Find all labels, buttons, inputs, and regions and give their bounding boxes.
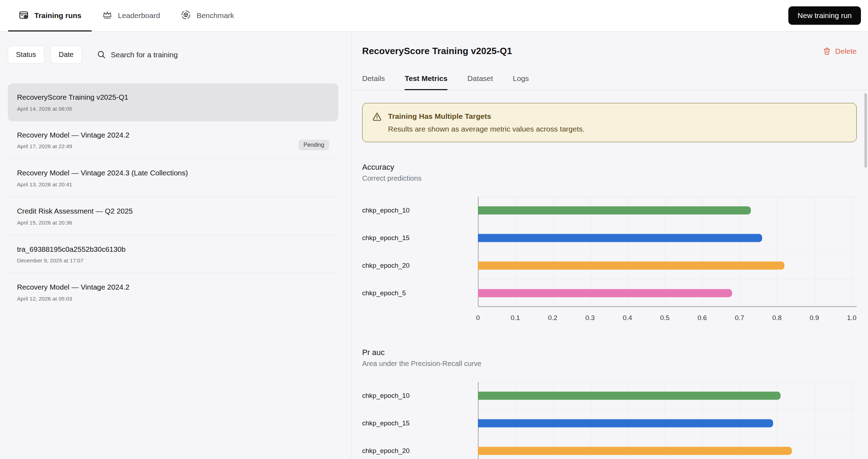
new-training-run-button[interactable]: New training run <box>788 6 861 25</box>
delete-button[interactable]: Delete <box>822 47 857 56</box>
nav-tab-label: Leaderboard <box>118 11 160 20</box>
chart-bar <box>478 289 732 297</box>
bar-chart: chkp_epoch_10chkp_epoch_15chkp_epoch_200… <box>362 382 857 459</box>
metric-subtitle: Correct predictions <box>362 174 857 182</box>
chart-bar-scale <box>478 437 852 459</box>
chart-row-plot <box>478 409 857 437</box>
run-date: December 9, 2025 at 17:07 <box>17 257 126 264</box>
axis-tick: 0.1 <box>510 314 520 322</box>
page-title: RecoveryScore Training v2025-Q1 <box>362 46 512 57</box>
trash-icon <box>822 47 832 56</box>
axis-tick: 0.6 <box>697 314 707 322</box>
chart-row: chkp_epoch_15 <box>362 409 857 437</box>
run-item-main: Recovery Model — Vintage 2024.3 (Late Co… <box>17 168 188 188</box>
axis-tick: 0.3 <box>586 314 595 322</box>
training-run-detail: RecoveryScore Training v2025-Q1 Delete D… <box>352 31 868 459</box>
metric-title: Pr auc <box>362 348 857 357</box>
run-date: April 15, 2026 at 20:36 <box>17 220 133 226</box>
multiple-targets-warning-banner: Training Has Multiple Targets Results ar… <box>362 103 857 142</box>
tab-dataset[interactable]: Dataset <box>467 68 493 90</box>
chart-bar-scale <box>478 197 852 224</box>
run-title: Credit Risk Assessment — Q2 2025 <box>17 207 133 216</box>
chart-row-label: chkp_epoch_20 <box>362 252 478 279</box>
run-title: RecoveryScore Training v2025-Q1 <box>17 93 129 102</box>
chart-bar <box>478 206 751 214</box>
chart-row-label: chkp_epoch_20 <box>362 437 478 459</box>
axis-tick: 1.0 <box>847 314 856 322</box>
status-badge: Pending <box>298 140 329 150</box>
chart-tick-scale: 00.10.20.30.40.50.60.70.80.91.0 <box>478 307 852 327</box>
package-pin-icon <box>18 10 29 22</box>
axis-tick: 0.8 <box>772 314 782 322</box>
chart-row: chkp_epoch_10 <box>362 382 857 409</box>
chart-bar <box>478 447 792 455</box>
chart-bar-scale <box>478 409 852 437</box>
status-filter-button[interactable]: Status <box>8 46 44 64</box>
tab-test-metrics[interactable]: Test Metrics <box>405 68 447 90</box>
run-title: Recovery Model — Vintage 2024.2 <box>17 130 130 140</box>
run-item-main: tra_69388195c0a2552b30c6130bDecember 9, … <box>17 245 126 264</box>
search-wrap <box>97 50 338 59</box>
chart-row: chkp_epoch_5 <box>362 279 857 307</box>
nav-tab-label: Training runs <box>34 11 81 20</box>
top-bar: Training runs Leaderboard B <box>0 0 868 31</box>
chart-bar <box>478 391 781 400</box>
metric-title: Accuracy <box>362 163 857 172</box>
run-date: April 13, 2026 at 20:41 <box>17 181 188 188</box>
search-input[interactable] <box>111 51 259 59</box>
chart-rows: chkp_epoch_10chkp_epoch_15chkp_epoch_20 <box>362 382 857 459</box>
metrics-charts: AccuracyCorrect predictionschkp_epoch_10… <box>362 163 857 459</box>
bar-chart: chkp_epoch_10chkp_epoch_15chkp_epoch_20c… <box>362 197 857 327</box>
chart-row: chkp_epoch_20 <box>362 437 857 459</box>
axis-tick: 0 <box>476 314 480 322</box>
chart-bar-scale <box>478 224 852 251</box>
chart-bar <box>478 419 773 427</box>
tab-logs[interactable]: Logs <box>513 68 529 90</box>
tab-details[interactable]: Details <box>362 68 385 90</box>
run-list: RecoveryScore Training v2025-Q1April 14,… <box>8 83 338 311</box>
chart-row-label: chkp_epoch_5 <box>362 279 478 307</box>
list-item[interactable]: Recovery Model — Vintage 2024.3 (Late Co… <box>8 159 338 197</box>
chart-row-plot <box>478 382 857 409</box>
chart-row: chkp_epoch_10 <box>362 197 857 224</box>
list-item[interactable]: RecoveryScore Training v2025-Q1April 14,… <box>8 83 338 121</box>
chart-bar <box>478 261 784 269</box>
list-item[interactable]: Recovery Model — Vintage 2024.2April 17,… <box>8 121 338 159</box>
axis-tick: 0.4 <box>623 314 632 322</box>
nav-tab-label: Benchmark <box>196 11 234 20</box>
list-item[interactable]: Recovery Model — Vintage 2024.2April 12,… <box>8 273 338 311</box>
chart-bar-scale <box>478 252 852 279</box>
run-date: April 14, 2026 at 08:05 <box>17 106 129 112</box>
run-item-main: Credit Risk Assessment — Q2 2025April 15… <box>17 207 133 226</box>
axis-tick: 0.9 <box>810 314 819 322</box>
list-item[interactable]: tra_69388195c0a2552b30c6130bDecember 9, … <box>8 235 338 273</box>
list-item[interactable]: Credit Risk Assessment — Q2 2025April 15… <box>8 197 338 235</box>
chart-x-axis: 00.10.20.30.40.50.60.70.80.91.0 <box>478 307 857 327</box>
chart-row-plot <box>478 437 857 459</box>
date-filter-button[interactable]: Date <box>51 46 82 64</box>
run-item-main: RecoveryScore Training v2025-Q1April 14,… <box>17 93 129 112</box>
chart-row-label: chkp_epoch_10 <box>362 382 478 409</box>
run-title: Recovery Model — Vintage 2024.3 (Late Co… <box>17 168 188 178</box>
chart-rows: chkp_epoch_10chkp_epoch_15chkp_epoch_20c… <box>362 197 857 307</box>
training-runs-sidebar: Status Date RecoveryScore Training v2025… <box>0 31 352 459</box>
run-item-main: Recovery Model — Vintage 2024.2April 12,… <box>17 283 130 302</box>
axis-tick: 0.2 <box>548 314 557 322</box>
chart-row-label: chkp_epoch_15 <box>362 224 478 252</box>
chart-row-label: chkp_epoch_10 <box>362 197 478 224</box>
run-date: April 17, 2026 at 22:49 <box>17 143 130 150</box>
nav-tab-training-runs[interactable]: Training runs <box>8 0 92 31</box>
search-icon <box>97 50 106 59</box>
axis-tick: 0.5 <box>660 314 669 322</box>
warning-icon <box>372 111 382 122</box>
nav-tab-leaderboard[interactable]: Leaderboard <box>92 0 170 31</box>
main-content: Status Date RecoveryScore Training v2025… <box>0 31 868 459</box>
metric-section-accuracy: AccuracyCorrect predictionschkp_epoch_10… <box>362 163 857 327</box>
detail-tabs: Details Test Metrics Dataset Logs <box>352 68 868 90</box>
nav-tab-benchmark[interactable]: Benchmark <box>170 0 244 31</box>
chart-row: chkp_epoch_15 <box>362 224 857 252</box>
chart-row: chkp_epoch_20 <box>362 252 857 279</box>
run-title: Recovery Model — Vintage 2024.2 <box>17 283 130 292</box>
run-item-main: Recovery Model — Vintage 2024.2April 17,… <box>17 130 130 150</box>
scrollbar-thumb[interactable] <box>864 93 867 168</box>
